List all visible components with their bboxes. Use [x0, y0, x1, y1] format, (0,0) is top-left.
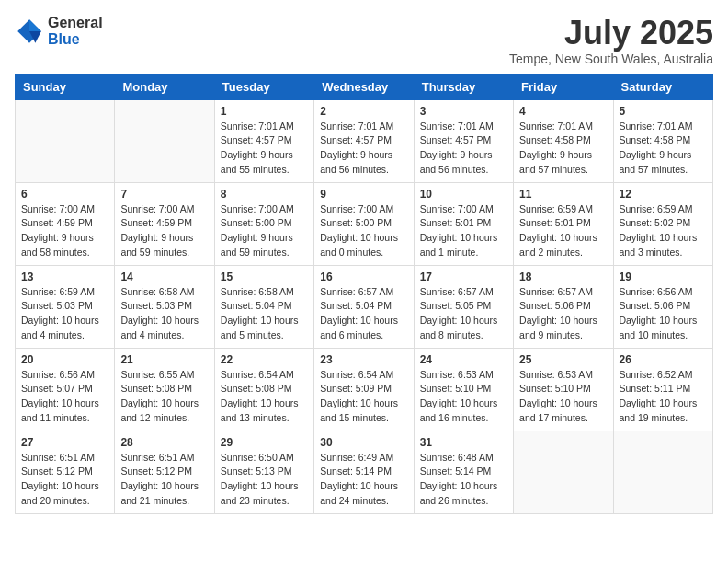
calendar-cell: 20Sunrise: 6:56 AMSunset: 5:07 PMDayligh…	[16, 348, 115, 431]
day-info: Sunrise: 7:01 AMSunset: 4:57 PMDaylight:…	[420, 120, 507, 178]
logo-blue-text: Blue	[48, 31, 103, 48]
calendar-header-sunday: Sunday	[16, 74, 115, 99]
logo: General Blue	[15, 15, 103, 47]
calendar-cell: 3Sunrise: 7:01 AMSunset: 4:57 PMDaylight…	[414, 99, 513, 182]
calendar-cell: 8Sunrise: 7:00 AMSunset: 5:00 PMDaylight…	[214, 182, 313, 265]
calendar-header-monday: Monday	[115, 74, 214, 99]
day-info: Sunrise: 7:01 AMSunset: 4:58 PMDaylight:…	[519, 120, 607, 178]
day-number: 12	[620, 188, 707, 201]
day-info: Sunrise: 7:00 AMSunset: 5:00 PMDaylight:…	[221, 202, 308, 260]
calendar-cell: 18Sunrise: 6:57 AMSunset: 5:06 PMDayligh…	[514, 265, 613, 348]
day-number: 27	[21, 436, 108, 449]
day-info: Sunrise: 6:59 AMSunset: 5:02 PMDaylight:…	[620, 202, 707, 260]
calendar-cell: 5Sunrise: 7:01 AMSunset: 4:58 PMDaylight…	[613, 99, 712, 182]
day-number: 8	[221, 188, 308, 201]
day-number: 26	[620, 353, 707, 366]
calendar-cell	[613, 431, 712, 513]
day-number: 11	[519, 188, 607, 201]
day-info: Sunrise: 7:00 AMSunset: 5:01 PMDaylight:…	[420, 202, 507, 260]
calendar-cell: 12Sunrise: 6:59 AMSunset: 5:02 PMDayligh…	[613, 182, 712, 265]
calendar-cell: 10Sunrise: 7:00 AMSunset: 5:01 PMDayligh…	[414, 182, 513, 265]
day-number: 14	[120, 270, 208, 283]
day-number: 30	[320, 436, 407, 449]
calendar-header-row: SundayMondayTuesdayWednesdayThursdayFrid…	[16, 74, 713, 99]
day-info: Sunrise: 6:57 AMSunset: 5:06 PMDaylight:…	[519, 285, 607, 343]
calendar-cell: 16Sunrise: 6:57 AMSunset: 5:04 PMDayligh…	[314, 265, 414, 348]
day-number: 16	[320, 270, 407, 283]
calendar-cell: 30Sunrise: 6:49 AMSunset: 5:14 PMDayligh…	[314, 431, 414, 513]
calendar-week-5: 27Sunrise: 6:51 AMSunset: 5:12 PMDayligh…	[16, 431, 713, 513]
day-number: 23	[320, 353, 407, 366]
page-header: General Blue July 2025 Tempe, New South …	[15, 15, 713, 66]
calendar-header-saturday: Saturday	[613, 74, 712, 99]
day-info: Sunrise: 6:51 AMSunset: 5:12 PMDaylight:…	[21, 451, 108, 509]
calendar-header-thursday: Thursday	[414, 74, 513, 99]
calendar-cell: 2Sunrise: 7:01 AMSunset: 4:57 PMDaylight…	[314, 99, 414, 182]
calendar-header-friday: Friday	[514, 74, 613, 99]
calendar-cell: 28Sunrise: 6:51 AMSunset: 5:12 PMDayligh…	[115, 431, 214, 513]
calendar-header-wednesday: Wednesday	[314, 74, 414, 99]
calendar-cell: 26Sunrise: 6:52 AMSunset: 5:11 PMDayligh…	[613, 348, 712, 431]
calendar-cell: 27Sunrise: 6:51 AMSunset: 5:12 PMDayligh…	[16, 431, 115, 513]
day-info: Sunrise: 6:56 AMSunset: 5:06 PMDaylight:…	[620, 285, 707, 343]
day-number: 2	[320, 105, 407, 118]
day-number: 4	[519, 105, 607, 118]
day-info: Sunrise: 6:58 AMSunset: 5:03 PMDaylight:…	[120, 285, 208, 343]
day-number: 28	[120, 436, 208, 449]
day-info: Sunrise: 6:48 AMSunset: 5:14 PMDaylight:…	[420, 451, 507, 509]
calendar-week-2: 6Sunrise: 7:00 AMSunset: 4:59 PMDaylight…	[16, 182, 713, 265]
day-number: 24	[420, 353, 507, 366]
calendar-header-tuesday: Tuesday	[214, 74, 313, 99]
day-number: 3	[420, 105, 507, 118]
calendar-cell: 15Sunrise: 6:58 AMSunset: 5:04 PMDayligh…	[214, 265, 313, 348]
day-info: Sunrise: 6:51 AMSunset: 5:12 PMDaylight:…	[120, 451, 208, 509]
day-info: Sunrise: 7:00 AMSunset: 4:59 PMDaylight:…	[21, 202, 108, 260]
calendar-cell: 19Sunrise: 6:56 AMSunset: 5:06 PMDayligh…	[613, 265, 712, 348]
day-info: Sunrise: 6:50 AMSunset: 5:13 PMDaylight:…	[221, 451, 308, 509]
day-number: 5	[620, 105, 707, 118]
svg-marker-1	[29, 19, 41, 31]
day-number: 25	[519, 353, 607, 366]
calendar-cell: 9Sunrise: 7:00 AMSunset: 5:00 PMDaylight…	[314, 182, 414, 265]
day-info: Sunrise: 7:01 AMSunset: 4:58 PMDaylight:…	[620, 120, 707, 178]
calendar-table: SundayMondayTuesdayWednesdayThursdayFrid…	[15, 74, 713, 514]
logo-general-text: General	[48, 15, 103, 31]
day-info: Sunrise: 6:52 AMSunset: 5:11 PMDaylight:…	[620, 368, 707, 426]
calendar-cell: 6Sunrise: 7:00 AMSunset: 4:59 PMDaylight…	[16, 182, 115, 265]
day-number: 7	[120, 188, 208, 201]
calendar-cell: 13Sunrise: 6:59 AMSunset: 5:03 PMDayligh…	[16, 265, 115, 348]
day-info: Sunrise: 6:56 AMSunset: 5:07 PMDaylight:…	[21, 368, 108, 426]
day-number: 29	[221, 436, 308, 449]
logo-text: General Blue	[48, 15, 103, 47]
calendar-cell: 14Sunrise: 6:58 AMSunset: 5:03 PMDayligh…	[115, 265, 214, 348]
day-info: Sunrise: 6:53 AMSunset: 5:10 PMDaylight:…	[519, 368, 607, 426]
day-number: 15	[221, 270, 308, 283]
calendar-cell: 1Sunrise: 7:01 AMSunset: 4:57 PMDaylight…	[214, 99, 313, 182]
calendar-cell: 21Sunrise: 6:55 AMSunset: 5:08 PMDayligh…	[115, 348, 214, 431]
day-info: Sunrise: 6:49 AMSunset: 5:14 PMDaylight:…	[320, 451, 407, 509]
calendar-week-1: 1Sunrise: 7:01 AMSunset: 4:57 PMDaylight…	[16, 99, 713, 182]
calendar-cell: 7Sunrise: 7:00 AMSunset: 4:59 PMDaylight…	[115, 182, 214, 265]
calendar-cell: 24Sunrise: 6:53 AMSunset: 5:10 PMDayligh…	[414, 348, 513, 431]
day-number: 31	[420, 436, 507, 449]
day-number: 13	[21, 270, 108, 283]
day-info: Sunrise: 7:00 AMSunset: 4:59 PMDaylight:…	[120, 202, 208, 260]
day-info: Sunrise: 6:53 AMSunset: 5:10 PMDaylight:…	[420, 368, 507, 426]
month-title: July 2025	[509, 15, 713, 52]
location-subtitle: Tempe, New South Wales, Australia	[509, 52, 713, 66]
calendar-cell: 25Sunrise: 6:53 AMSunset: 5:10 PMDayligh…	[514, 348, 613, 431]
calendar-cell	[115, 99, 214, 182]
calendar-cell	[514, 431, 613, 513]
day-info: Sunrise: 6:54 AMSunset: 5:08 PMDaylight:…	[221, 368, 308, 426]
day-info: Sunrise: 7:00 AMSunset: 5:00 PMDaylight:…	[320, 202, 407, 260]
day-info: Sunrise: 6:54 AMSunset: 5:09 PMDaylight:…	[320, 368, 407, 426]
day-info: Sunrise: 6:58 AMSunset: 5:04 PMDaylight:…	[221, 285, 308, 343]
day-info: Sunrise: 6:55 AMSunset: 5:08 PMDaylight:…	[120, 368, 208, 426]
day-info: Sunrise: 6:59 AMSunset: 5:01 PMDaylight:…	[519, 202, 607, 260]
day-number: 9	[320, 188, 407, 201]
calendar-cell: 4Sunrise: 7:01 AMSunset: 4:58 PMDaylight…	[514, 99, 613, 182]
day-number: 20	[21, 353, 108, 366]
calendar-cell: 22Sunrise: 6:54 AMSunset: 5:08 PMDayligh…	[214, 348, 313, 431]
day-number: 1	[221, 105, 308, 118]
day-number: 21	[120, 353, 208, 366]
